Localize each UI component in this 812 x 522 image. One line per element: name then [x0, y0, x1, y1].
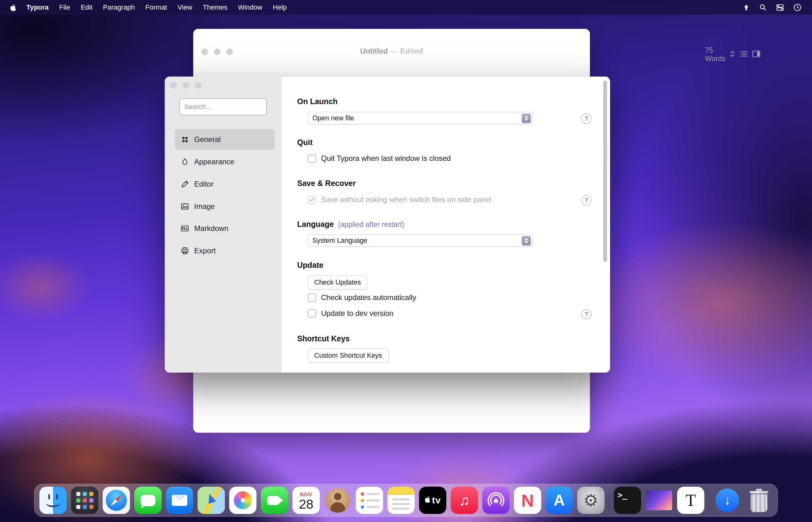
prefs-minimize-button[interactable] [183, 82, 189, 88]
word-count-stepper-icon[interactable] [730, 50, 735, 59]
quit-checkbox[interactable] [308, 154, 316, 163]
save-without-asking-label: Save without asking when switch files on… [321, 195, 491, 204]
desktop: Typora File Edit Paragraph Format View T… [0, 0, 812, 522]
outline-list-icon[interactable] [739, 50, 748, 59]
dev-version-help-button[interactable]: ? [581, 309, 592, 319]
control-center-icon[interactable] [776, 4, 784, 11]
dock-terminal-icon[interactable]: >_ [614, 487, 641, 514]
on-launch-dropdown[interactable]: Open new file [308, 112, 533, 124]
dock-music-icon[interactable]: ♫ [451, 487, 478, 514]
dock-news-icon[interactable]: N [514, 487, 541, 514]
dock-finder-icon[interactable] [39, 487, 67, 514]
dock-screenshot-thumbnail[interactable] [645, 487, 673, 514]
menu-help[interactable]: Help [268, 3, 292, 12]
save-recover-heading: Save & Recover [297, 179, 356, 188]
dock-trash-icon[interactable] [745, 487, 773, 514]
dock-launchpad-icon[interactable] [71, 487, 98, 514]
check-updates-button[interactable]: Check Updates [308, 275, 367, 289]
apple-logo-icon [425, 496, 431, 505]
dock-messages-icon[interactable] [134, 487, 161, 514]
prefs-traffic-lights [170, 82, 201, 88]
sidebar-item-editor[interactable]: Editor [175, 174, 275, 194]
prefs-close-button[interactable] [170, 82, 176, 88]
menu-edit[interactable]: Edit [75, 3, 98, 12]
sidebar-item-markdown[interactable]: Markdown [175, 218, 275, 239]
markdown-icon [180, 224, 189, 233]
paint-drop-icon [180, 158, 189, 166]
preferences-window: General Appearance Editor Image [165, 77, 610, 373]
menu-themes[interactable]: Themes [197, 3, 233, 12]
dock-divider [709, 488, 709, 513]
language-dropdown[interactable]: System Language [308, 234, 533, 247]
menu-bar: Typora File Edit Paragraph Format View T… [0, 0, 812, 15]
prefs-zoom-button[interactable] [195, 82, 201, 88]
custom-shortcut-keys-button[interactable]: Custom Shortcut Keys [308, 348, 389, 363]
word-count: 75 Words [705, 46, 726, 63]
dock-reminders-icon[interactable] [356, 487, 383, 514]
sidebar-item-image[interactable]: Image [175, 196, 275, 217]
auto-update-checkbox[interactable] [308, 294, 316, 302]
save-recover-help-button[interactable]: ? [581, 195, 592, 205]
general-grid-icon [180, 135, 189, 144]
dock-podcasts-icon[interactable] [482, 487, 509, 514]
dock-typora-icon[interactable]: T [677, 487, 704, 514]
dev-version-checkbox[interactable] [308, 309, 316, 318]
shortcut-keys-heading: Shortcut Keys [297, 334, 350, 343]
preferences-sidebar: General Appearance Editor Image [165, 77, 281, 373]
dock-appletv-icon[interactable]: tv [419, 487, 446, 514]
auto-update-label: Check updates automatically [321, 293, 416, 302]
menu-app-name[interactable]: Typora [21, 3, 54, 12]
language-note: (applied after restart) [338, 220, 404, 228]
calendar-day: 28 [299, 498, 313, 511]
dock-downloads-icon[interactable]: ↓ [714, 487, 741, 514]
search-input[interactable] [179, 98, 267, 115]
preferences-content: On Launch Open new file ? Quit Quit Typo… [282, 77, 610, 373]
menu-window[interactable]: Window [233, 3, 267, 12]
sidebar-item-export[interactable]: Export [175, 240, 275, 261]
quit-checkbox-label: Quit Typora when last window is closed [321, 154, 451, 163]
dock-notes-icon[interactable] [387, 487, 415, 514]
spotlight-search-icon[interactable] [759, 4, 767, 11]
printer-icon [180, 246, 189, 255]
menu-view[interactable]: View [172, 3, 197, 12]
update-heading: Update [297, 261, 324, 270]
quit-heading: Quit [297, 138, 313, 147]
pencil-icon [180, 180, 189, 188]
dock-settings-icon[interactable]: ⚙ [577, 487, 604, 514]
sidebar-item-general[interactable]: General [175, 129, 275, 150]
menu-file[interactable]: File [54, 3, 75, 12]
sidebar-panel-icon[interactable] [752, 50, 760, 59]
status-arrow-icon[interactable] [742, 4, 750, 11]
podcast-waves-icon [487, 492, 504, 509]
dock-appstore-icon[interactable]: A [545, 487, 573, 514]
sidebar-item-appearance[interactable]: Appearance [175, 151, 275, 172]
dock-divider [609, 488, 610, 513]
apple-menu-icon[interactable] [9, 3, 18, 12]
dock-mail-icon[interactable] [166, 487, 193, 514]
dev-version-label: Update to dev version [321, 309, 393, 318]
dock: NOV 28 tv ♫ [34, 484, 778, 517]
dock-facetime-icon[interactable] [261, 487, 288, 514]
check-icon [309, 197, 315, 202]
menu-paragraph[interactable]: Paragraph [98, 3, 140, 12]
document-title: Untitled—Edited [193, 47, 590, 56]
dock-calendar-icon[interactable]: NOV 28 [292, 487, 320, 514]
save-without-asking-checkbox[interactable] [308, 196, 316, 204]
dropdown-stepper-icon [522, 236, 531, 245]
dock-safari-icon[interactable] [103, 487, 130, 514]
dock-contacts-icon[interactable] [324, 487, 351, 514]
menu-format[interactable]: Format [140, 3, 172, 12]
dock-photos-icon[interactable] [229, 487, 256, 514]
image-icon [180, 202, 189, 211]
on-launch-heading: On Launch [297, 97, 338, 106]
dropdown-stepper-icon [522, 114, 531, 123]
dock-maps-icon[interactable] [197, 487, 225, 514]
scrollbar[interactable] [603, 81, 607, 262]
language-heading: Language(applied after restart) [297, 220, 404, 229]
clock-icon[interactable] [793, 3, 801, 12]
on-launch-help-button[interactable]: ? [581, 114, 592, 124]
